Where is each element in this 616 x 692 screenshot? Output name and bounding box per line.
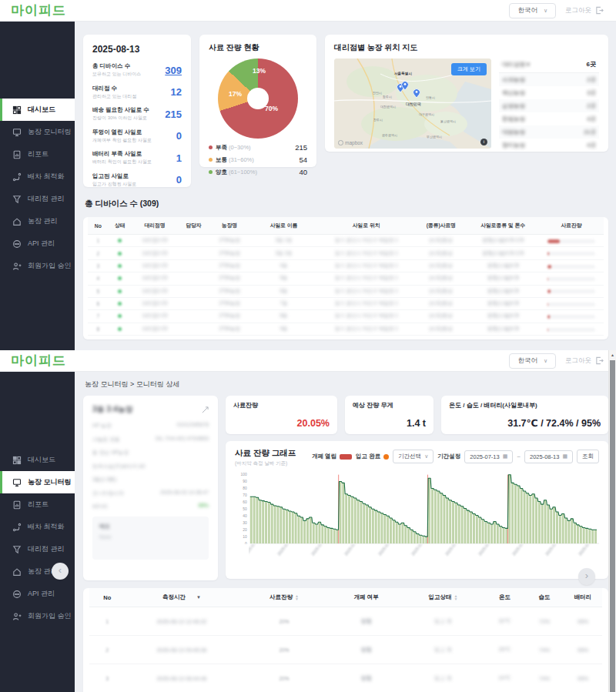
measure-col-2: 사료잔량▲▼ xyxy=(238,588,330,607)
carousel-prev-button[interactable]: ‹ xyxy=(52,563,69,580)
device-table-row[interactable]: 5대리점1-032754농장6동경기 용인시 처인구 백암면 1(비육)한성원형… xyxy=(88,285,604,297)
device-table-row[interactable]: 8대리점1-032754농장9동경기 용인시 처인구 백암면 1(비육)한성원형… xyxy=(88,323,604,335)
language-select-value: 한국어 xyxy=(517,356,537,366)
api-icon xyxy=(12,239,22,249)
stat-sublabel: 관리하고 있는 대리점 xyxy=(92,93,136,100)
carousel-next-button[interactable]: › xyxy=(578,568,595,585)
agency-farm-row: 백산농장3곳 xyxy=(499,86,599,99)
agency-farm-row: 사과농장2곳 xyxy=(499,73,599,86)
user-plus-icon xyxy=(12,612,22,621)
device-table-row[interactable]: 3대리점1-032754농장4동경기 용인시 처인구 백암면 1(비육)한성원형… xyxy=(88,259,604,272)
chart-subtitle: (마지막 측정 날짜 기준) xyxy=(235,460,296,467)
korea-map[interactable]: 서울특별시천안시청주시안동시대전광역시대한민국전주시대구광역시울산광역시광주광역… xyxy=(334,59,491,149)
sidebar-item-1[interactable]: 농장 모니터링 xyxy=(0,121,75,143)
sidebar-item-4[interactable]: 대리점 관리 xyxy=(0,188,75,210)
report-icon xyxy=(12,150,22,159)
device-table-row[interactable]: 4대리점1-032754농장5동경기 용인시 처인구 백암면 1(비육)한성원형… xyxy=(88,272,604,285)
silo-title: 3동 3:4농장 xyxy=(92,404,133,415)
sidebar-item-0[interactable]: 대시보드 xyxy=(0,449,75,471)
monitor-stat-card-0: 사료잔량20.05% xyxy=(226,396,337,434)
monitor-stat-card-1: 예상 잔량 무게1.4 t xyxy=(345,396,434,434)
sort-icon[interactable]: ▲▼ xyxy=(295,594,299,600)
map-attribution-icon[interactable]: i xyxy=(480,139,487,145)
svg-text:90: 90 xyxy=(243,480,247,483)
device-col-0: No xyxy=(88,217,109,235)
device-col-2: 대리점명 xyxy=(132,217,178,235)
expand-icon[interactable] xyxy=(202,406,209,413)
measurement-row: 22025-08-13 09:45:3620%닫힘입고 전25℃74%95% xyxy=(89,636,602,664)
stat-value: 1 xyxy=(176,152,182,164)
period-setting-label: 기간설정 xyxy=(437,453,460,460)
search-button[interactable]: 조회 xyxy=(577,450,599,463)
filter-icon[interactable]: ▼ xyxy=(196,595,201,600)
chart-title: 사료 잔량 그래프 xyxy=(235,448,296,459)
date-range-tilde: ~ xyxy=(517,453,521,460)
device-table-row[interactable]: 2대리점1-032754농장3동 2호경기 용인시 처인구 백암면 1(비육)한… xyxy=(88,247,604,259)
svg-text:대구광역시: 대구광역시 xyxy=(419,112,434,116)
logout-button[interactable]: 로그아웃 xyxy=(565,6,604,15)
home-icon xyxy=(12,217,22,226)
sidebar-item-2[interactable]: 리포트 xyxy=(0,493,75,516)
donut-legend-row: 부족(0~30%)215 xyxy=(209,143,307,152)
sidebar-item-4[interactable]: 대리점 관리 xyxy=(0,538,75,560)
logout-button[interactable]: 로그아웃 xyxy=(565,356,604,366)
farm-total-count: 6곳 xyxy=(587,60,596,69)
top-bar: 마이피드 한국어 ∨ 로그아웃 xyxy=(0,350,616,372)
language-select[interactable]: 한국어 ∨ xyxy=(509,3,556,18)
period-select[interactable]: 기간선택∨ xyxy=(393,450,434,463)
logout-door-icon xyxy=(595,356,604,365)
breadcrumb[interactable]: 농장 모니터링 > 모니터링 상세 xyxy=(85,379,608,389)
sidebar-item-label: 대리점 관리 xyxy=(28,544,65,554)
stat-value: 0 xyxy=(176,174,182,186)
sort-icon[interactable]: ▲▼ xyxy=(454,594,458,600)
stat-card-value: 20.05% xyxy=(233,418,330,429)
sidebar-item-1[interactable]: 농장 모니터링 xyxy=(0,471,75,493)
device-table-row[interactable]: 6대리점1-032754농장7동경기 용인시 처인구 백암면 1(비육)한성원형… xyxy=(88,297,604,309)
device-table-row[interactable]: 1대리점1-032754농장3동 1호경기 용인시 처인구 백암면 1(비육)한… xyxy=(88,235,604,247)
monitoring-main: 농장 모니터링 > 모니터링 상세 3동 3:4농장 HP 농장01012345… xyxy=(75,372,616,692)
measure-col-7: 배터리 xyxy=(564,588,602,607)
stat-value[interactable]: 309 xyxy=(165,65,182,76)
legend-open: 개폐 열림 xyxy=(312,453,352,460)
measure-col-1: 측정시간▼ xyxy=(126,588,239,607)
date-from-input[interactable]: 2025-07-13▦ xyxy=(464,450,513,463)
app-logo[interactable]: 마이피드 xyxy=(11,352,66,369)
device-table-row[interactable]: 7대리점1-032754농장8동경기 용인시 처인구 백암면 1(비육)한성원형… xyxy=(88,310,604,323)
donut-card-title: 사료 잔량 현황 xyxy=(209,42,307,53)
dashboard-grid-icon xyxy=(12,105,22,115)
dashboard-screenshot: 마이피드 한국어 ∨ 로그아웃 대시보드농장 모니터링리포트배차 최적화대리점 … xyxy=(0,0,616,350)
svg-text:울산광역시: 울산광역시 xyxy=(440,119,456,123)
scrollbar-up-arrow[interactable]: ▲ xyxy=(609,350,616,359)
stat-label: 뚜껑이 열린 사일로 xyxy=(92,129,152,136)
date-to-input[interactable]: 2025-08-13▦ xyxy=(524,450,573,463)
device-table-title: 총 디바이스 수 (309) xyxy=(85,199,608,209)
sidebar-item-5[interactable]: 농장 관리 xyxy=(0,210,75,232)
summary-stat-row: 입고된 사일로입고가 진행된 사일로0 xyxy=(92,172,182,188)
sidebar-item-2[interactable]: 리포트 xyxy=(0,143,75,165)
svg-text:전주시: 전주시 xyxy=(373,118,383,122)
language-select[interactable]: 한국어 ∨ xyxy=(509,353,556,369)
map-enlarge-button[interactable]: 크게 보기 xyxy=(451,63,487,75)
sidebar-item-3[interactable]: 배차 최적화 xyxy=(0,165,75,188)
logout-label: 로그아웃 xyxy=(565,356,591,366)
agency-farm-row: 삼정농장2곳 xyxy=(499,99,599,112)
sidebar-item-7[interactable]: 회원가입 승인 xyxy=(0,605,75,627)
summary-stat-row: 총 디바이스 수보유하고 있는 디바이스309 xyxy=(92,62,182,78)
svg-text:천안시: 천안시 xyxy=(373,91,382,95)
monitor-stat-card-2: 온도 / 습도 / 배터리(사일로내부)31.7℃ / 72.4% / 95% xyxy=(441,396,608,434)
sidebar-item-7[interactable]: 회원가입 승인 xyxy=(0,255,75,277)
measure-col-4: 입고상태▲▼ xyxy=(402,588,484,607)
sidebar-item-0[interactable]: 대시보드 xyxy=(0,99,75,121)
sidebar-item-6[interactable]: API 관리 xyxy=(0,232,75,255)
app-logo[interactable]: 마이피드 xyxy=(11,2,66,19)
measurement-row: 32025-08-13 06:44:4620%닫힘입고 전24℃74%95% xyxy=(89,664,602,692)
monitoring-screenshot: 마이피드 한국어 ∨ 로그아웃 대시보드농장 모니터링리포트배차 최적화대리점 … xyxy=(0,350,616,692)
scrollbar-thumb[interactable] xyxy=(610,360,615,692)
agency-filter-dropdown[interactable]: 대리점명 ▾ xyxy=(502,61,530,69)
sidebar-item-3[interactable]: 배차 최적화 xyxy=(0,516,75,538)
sidebar-item-6[interactable]: API 관리 xyxy=(0,583,75,605)
stat-label: 배송 필요한 사일로 수 xyxy=(92,106,149,114)
stat-card-label: 사료잔량 xyxy=(233,401,330,410)
agency-farm-row: 한빛농장4곳 xyxy=(499,112,599,125)
svg-text:40: 40 xyxy=(243,514,247,518)
